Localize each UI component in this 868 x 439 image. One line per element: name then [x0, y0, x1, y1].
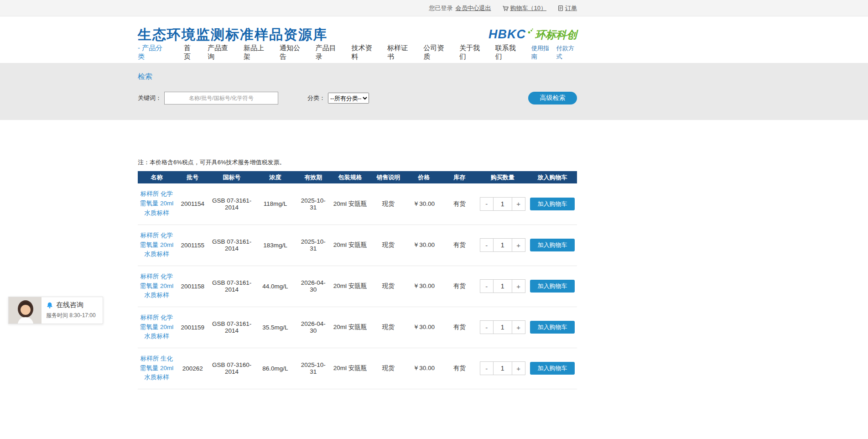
add-to-cart-button[interactable]: 加入购物车 — [530, 239, 575, 251]
product-name-link[interactable]: 标样所 化学需氧量 20ml 水质标样 — [139, 189, 175, 218]
nav-item-notices[interactable]: 通知公告 — [280, 44, 304, 61]
table-row: 标样所 化学需氧量 20ml 水质标样 2001159 GSB 07-3161-… — [138, 307, 577, 348]
sale-status-cell: 现货 — [370, 266, 406, 307]
sale-status-cell: 现货 — [370, 225, 406, 266]
batch-number-cell: 200262 — [176, 348, 210, 389]
quantity-stepper: - 1 + — [480, 320, 525, 334]
batch-number-cell: 2001155 — [176, 225, 210, 266]
sale-status-cell: 现货 — [370, 348, 406, 389]
sale-status-cell: 现货 — [370, 307, 406, 348]
search-section: 检索 关键词： 分类： --所有分类-- 高级检索 — [0, 63, 868, 120]
qty-plus-button[interactable]: + — [512, 321, 525, 334]
package-spec-cell: 20ml 安瓿瓶 — [330, 307, 371, 348]
quantity-stepper: - 1 + — [480, 361, 525, 375]
batch-number-cell: 2001154 — [176, 183, 210, 225]
add-to-cart-button[interactable]: 加入购物车 — [530, 362, 575, 375]
expiry-date-cell: 2025-10-31 — [297, 183, 330, 225]
gb-number-cell: GSB 07-3161-2014 — [210, 266, 254, 307]
cart-icon — [502, 5, 509, 12]
expiry-date-cell: 2025-10-31 — [297, 348, 330, 389]
nav-item-catalog[interactable]: 产品目录 — [316, 44, 340, 61]
qty-value[interactable]: 1 — [493, 362, 512, 375]
nav-item-home[interactable]: 首页 — [184, 44, 196, 61]
bell-icon — [46, 302, 53, 309]
qty-plus-button[interactable]: + — [512, 362, 525, 375]
agent-avatar — [9, 297, 42, 324]
add-to-cart-button[interactable]: 加入购物车 — [530, 321, 575, 334]
add-to-cart-button[interactable]: 加入购物车 — [530, 280, 575, 293]
package-spec-cell: 20ml 安瓿瓶 — [330, 225, 371, 266]
product-name-link[interactable]: 标样所 化学需氧量 20ml 水质标样 — [139, 313, 175, 342]
package-spec-cell: 20ml 安瓿瓶 — [330, 348, 371, 389]
brand-dots-icon — [528, 27, 533, 36]
category-label: 分类： — [307, 94, 325, 102]
expiry-date-cell: 2026-04-30 — [297, 266, 330, 307]
nav-item-certificates[interactable]: 标样证书 — [387, 44, 411, 61]
qty-minus-button[interactable]: - — [480, 198, 493, 210]
table-row: 标样所 化学需氧量 20ml 水质标样 2001155 GSB 07-3161-… — [138, 225, 577, 266]
sale-status-cell: 现货 — [370, 183, 406, 225]
gb-number-cell: GSB 07-3161-2014 — [210, 183, 254, 225]
column-header: 价格 — [406, 171, 442, 183]
concentration-cell: 86.0mg/L — [254, 348, 296, 389]
column-header: 购买数量 — [477, 171, 528, 183]
package-spec-cell: 20ml 安瓿瓶 — [330, 266, 371, 307]
cart-link-label: 购物车（10） — [510, 4, 546, 12]
qty-plus-button[interactable]: + — [512, 239, 525, 251]
gb-number-cell: GSB 07-3160-2014 — [210, 348, 254, 389]
nav-item-qualifications[interactable]: 公司资质 — [423, 44, 447, 61]
orders-link[interactable]: 订单 — [557, 4, 577, 12]
column-header: 批号 — [176, 171, 210, 183]
price-cell: ￥30.00 — [406, 348, 442, 389]
package-spec-cell: 20ml 安瓿瓶 — [330, 183, 371, 225]
header: 生态环境监测标准样品资源库 HBKC 环标科创 - 产品分类 首页 产品查询 新… — [0, 16, 868, 59]
add-to-cart-button[interactable]: 加入购物车 — [530, 198, 575, 210]
product-list-section: 注：本价格含6%税点，可开具6%技术服务增值税发票。 名称批号国标号浓度有效期包… — [138, 158, 577, 389]
qty-plus-button[interactable]: + — [512, 280, 525, 293]
order-icon — [557, 5, 564, 11]
nav-item-tech-docs[interactable]: 技术资料 — [352, 44, 376, 61]
qty-value[interactable]: 1 — [493, 280, 512, 293]
qty-plus-button[interactable]: + — [512, 198, 525, 210]
payment-method-link[interactable]: 付款方式 — [556, 44, 577, 61]
column-header: 库存 — [442, 171, 477, 183]
nav-item-contact-us[interactable]: 联系我们 — [495, 44, 520, 61]
member-center-link[interactable]: 会员中心 — [456, 4, 479, 12]
qty-value[interactable]: 1 — [493, 239, 512, 251]
nav-item-product-search[interactable]: 产品查询 — [208, 44, 232, 61]
column-header: 浓度 — [254, 171, 296, 183]
site-logo-text: 生态环境监测标准样品资源库 — [138, 26, 327, 44]
qty-minus-button[interactable]: - — [480, 362, 493, 375]
qty-minus-button[interactable]: - — [480, 280, 493, 293]
product-name-link[interactable]: 标样所 生化需氧量 20ml 水质标样 — [139, 354, 175, 383]
chat-hours: 服务时间 8:30-17:00 — [46, 312, 96, 319]
batch-number-cell: 2001158 — [176, 266, 210, 307]
table-row: 标样所 生化需氧量 20ml 水质标样 200262 GSB 07-3160-2… — [138, 348, 577, 389]
nav-product-category[interactable]: - 产品分类 — [138, 44, 166, 61]
product-table-body: 标样所 化学需氧量 20ml 水质标样 2001154 GSB 07-3161-… — [138, 183, 577, 389]
concentration-cell: 35.5mg/L — [254, 307, 296, 348]
search-input[interactable] — [164, 92, 278, 105]
user-guide-link[interactable]: 使用指南 — [531, 44, 552, 61]
brand-logo: HBKC 环标科创 — [489, 27, 577, 42]
product-name-link[interactable]: 标样所 化学需氧量 20ml 水质标样 — [139, 231, 175, 260]
main-nav: - 产品分类 首页 产品查询 新品上架 通知公告 产品目录 技术资料 标样证书 … — [138, 46, 577, 59]
advanced-search-button[interactable]: 高级检索 — [528, 92, 577, 105]
nav-item-about-us[interactable]: 关于我们 — [459, 44, 483, 61]
nav-item-new-arrivals[interactable]: 新品上架 — [244, 44, 268, 61]
concentration-cell: 44.0mg/L — [254, 266, 296, 307]
cart-link[interactable]: 购物车（10） — [502, 4, 546, 12]
qty-minus-button[interactable]: - — [480, 321, 493, 334]
price-cell: ￥30.00 — [406, 183, 442, 225]
quantity-stepper: - 1 + — [480, 197, 525, 211]
chat-widget[interactable]: 在线咨询 服务时间 8:30-17:00 — [8, 297, 103, 324]
qty-minus-button[interactable]: - — [480, 239, 493, 251]
category-select[interactable]: --所有分类-- — [328, 93, 369, 104]
qty-value[interactable]: 1 — [493, 321, 512, 334]
logout-link[interactable]: 退出 — [479, 4, 491, 12]
stock-status-cell: 有货 — [442, 266, 477, 307]
gb-number-cell: GSB 07-3161-2014 — [210, 225, 254, 266]
qty-value[interactable]: 1 — [493, 198, 512, 210]
table-row: 标样所 化学需氧量 20ml 水质标样 2001158 GSB 07-3161-… — [138, 266, 577, 307]
product-name-link[interactable]: 标样所 化学需氧量 20ml 水质标样 — [139, 272, 175, 301]
